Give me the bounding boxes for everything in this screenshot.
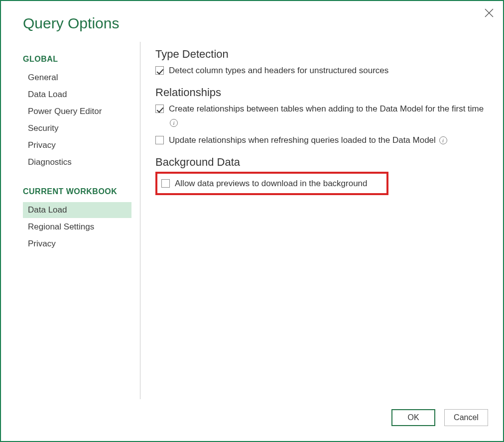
sidebar-item-regional-settings[interactable]: Regional Settings bbox=[23, 219, 131, 235]
sidebar: GLOBAL General Data Load Power Query Edi… bbox=[23, 42, 140, 399]
heading-relationships: Relationships bbox=[155, 86, 492, 99]
ok-button[interactable]: OK bbox=[391, 409, 435, 426]
label-update-relationships-text: Update relationships when refreshing que… bbox=[169, 135, 436, 145]
label-create-relationships-text: Create relationships between tables when… bbox=[169, 104, 484, 113]
label-background-download: Allow data previews to download in the b… bbox=[175, 177, 368, 190]
close-icon[interactable] bbox=[484, 8, 494, 18]
sidebar-item-data-load-global[interactable]: Data Load bbox=[23, 87, 131, 103]
checkbox-create-relationships[interactable] bbox=[155, 105, 164, 113]
label-detect-column-types: Detect column types and headers for unst… bbox=[169, 64, 388, 77]
info-icon[interactable]: i bbox=[439, 136, 447, 144]
content-panel: Type Detection Detect column types and h… bbox=[140, 42, 503, 399]
option-background-download[interactable]: Allow data previews to download in the b… bbox=[161, 177, 382, 190]
dialog-title: Query Options bbox=[23, 15, 503, 32]
cancel-button[interactable]: Cancel bbox=[444, 409, 488, 426]
label-create-relationships: Create relationships between tables when… bbox=[169, 102, 492, 129]
heading-background-data: Background Data bbox=[155, 156, 492, 169]
sidebar-header-global: GLOBAL bbox=[23, 55, 140, 64]
label-update-relationships: Update relationships when refreshing que… bbox=[169, 133, 447, 147]
sidebar-item-power-query-editor[interactable]: Power Query Editor bbox=[23, 104, 131, 119]
heading-type-detection: Type Detection bbox=[155, 48, 492, 61]
dialog-footer: OK Cancel bbox=[1, 399, 503, 441]
option-create-relationships[interactable]: Create relationships between tables when… bbox=[155, 102, 492, 129]
sidebar-item-privacy-current[interactable]: Privacy bbox=[23, 236, 131, 252]
sidebar-item-privacy-global[interactable]: Privacy bbox=[23, 137, 131, 153]
sidebar-header-current-workbook: CURRENT WORKBOOK bbox=[23, 187, 140, 196]
sidebar-item-data-load-current[interactable]: Data Load bbox=[23, 202, 131, 218]
info-icon[interactable]: i bbox=[170, 119, 178, 127]
sidebar-item-diagnostics[interactable]: Diagnostics bbox=[23, 154, 131, 170]
checkbox-update-relationships[interactable] bbox=[155, 136, 164, 144]
query-options-dialog: Query Options GLOBAL General Data Load P… bbox=[0, 0, 504, 442]
highlight-box: Allow data previews to download in the b… bbox=[155, 172, 388, 195]
option-detect-column-types[interactable]: Detect column types and headers for unst… bbox=[155, 64, 492, 77]
option-update-relationships[interactable]: Update relationships when refreshing que… bbox=[155, 133, 492, 147]
checkbox-background-download[interactable] bbox=[161, 179, 170, 188]
checkbox-detect-column-types[interactable] bbox=[155, 66, 164, 75]
sidebar-item-security[interactable]: Security bbox=[23, 120, 131, 136]
sidebar-item-general[interactable]: General bbox=[23, 70, 131, 86]
